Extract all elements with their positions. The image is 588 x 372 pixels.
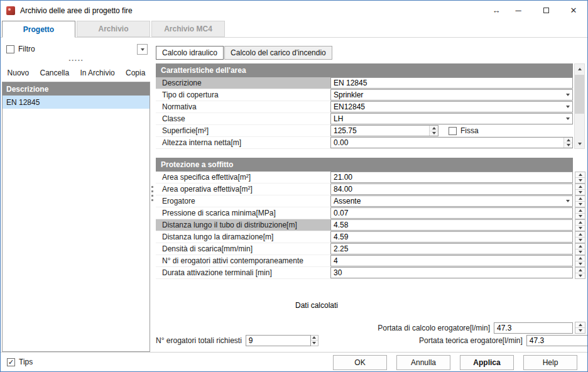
panel-splitter[interactable] — [151, 186, 154, 201]
list-header-descrizione[interactable]: Descrizione — [3, 82, 150, 96]
row-spinner[interactable] — [575, 267, 585, 279]
portata-calcolo-row: Portata di calcolo erogatore[l/min] — [156, 322, 585, 334]
altezza-input[interactable] — [330, 137, 573, 148]
scroll-up-icon[interactable] — [575, 64, 584, 74]
durata-attivazione-label[interactable]: Durata attivazione terminali [min] — [156, 267, 330, 278]
altezza-spinner[interactable] — [564, 138, 572, 148]
footer-buttons: OK Annulla Applica Help — [333, 355, 577, 370]
pressione-minima-label[interactable]: Pressione di scarica minima[MPa] — [156, 207, 330, 219]
normativa-label[interactable]: Normativa — [156, 101, 330, 112]
spin-down-icon — [432, 132, 436, 134]
bottom-fields-row: N° erogatori totali richiesti Portata te… — [156, 334, 585, 346]
row-spinner[interactable] — [575, 172, 585, 183]
spin-down-icon — [579, 215, 582, 217]
row-spinner[interactable] — [575, 207, 585, 219]
chevron-down-icon[interactable] — [563, 114, 572, 124]
densita-scarica-label[interactable]: Densità di scarica[mm/min] — [156, 243, 330, 254]
portata-teorica-input[interactable] — [526, 335, 588, 346]
maximize-button[interactable] — [532, 1, 560, 20]
ok-button[interactable]: OK — [333, 355, 387, 370]
densita-scarica-input[interactable] — [330, 243, 573, 254]
window-title: Archivio delle aree di progetto fire — [20, 6, 133, 15]
in-archivio-button[interactable]: In Archivio — [79, 67, 116, 79]
tab-calcolo-idraulico[interactable]: Calcolo idraulico — [156, 46, 224, 60]
normativa-input[interactable] — [330, 101, 573, 112]
help-button[interactable]: Help — [523, 355, 577, 370]
densita-scarica-field — [330, 243, 573, 254]
superficie-label[interactable]: Superficie[m²] — [156, 125, 330, 136]
portata-calcolo-input[interactable] — [494, 322, 573, 334]
tab-archivio[interactable]: Archivio — [77, 21, 150, 37]
row-spinner[interactable] — [575, 219, 585, 231]
area-specifica-input[interactable] — [330, 172, 573, 183]
portata-calcolo-spinner[interactable] — [575, 322, 585, 334]
erogatori-totali-spinner[interactable] — [310, 335, 318, 346]
classe-input[interactable] — [330, 113, 573, 124]
group-protezione: Protezione a soffitto Area specifica eff… — [156, 158, 573, 279]
spin-down-icon — [579, 251, 582, 253]
filter-dropdown-button[interactable] — [137, 44, 148, 55]
portata-teorica-field — [526, 335, 588, 346]
row-spinner[interactable] — [575, 255, 585, 267]
chevron-down-icon[interactable] — [563, 196, 572, 206]
scrollbar-track[interactable] — [575, 74, 584, 139]
durata-attivazione-input[interactable] — [330, 267, 573, 278]
erogatore-input[interactable] — [330, 195, 573, 207]
scrollbar-thumb[interactable] — [575, 75, 584, 114]
row-spinner[interactable] — [575, 231, 585, 243]
group-protezione-header: Protezione a soffitto — [156, 158, 573, 172]
list-item-en12845[interactable]: EN 12845 — [3, 96, 150, 109]
maximize-icon — [543, 8, 549, 13]
fissa-checkbox[interactable] — [449, 127, 457, 135]
pressione-minima-input[interactable] — [330, 207, 573, 219]
row-densita-scarica: Densità di scarica[mm/min] — [156, 243, 573, 255]
erogatori-attivi-label[interactable]: N° di erogatori attivi contemporaneament… — [156, 255, 330, 266]
row-spinner[interactable] — [575, 195, 585, 207]
group1-scrollbar[interactable] — [574, 63, 585, 149]
erogatori-totali-input[interactable] — [246, 335, 311, 346]
distanza-diramazione-label[interactable]: Distanza lungo la diramazione[m] — [156, 231, 330, 243]
tips-checkbox[interactable]: ✓ — [7, 358, 15, 366]
altezza-label[interactable]: Altezza interna netta[m] — [156, 137, 330, 148]
applica-button[interactable]: Applica — [460, 355, 514, 370]
area-operativa-input[interactable] — [330, 183, 573, 195]
row-spinner[interactable] — [575, 183, 585, 195]
area-specifica-label[interactable]: Area specifica effettiva[m²] — [156, 172, 330, 183]
normativa-combo — [330, 101, 573, 112]
descrizione-label[interactable]: Descrizione — [156, 77, 330, 89]
scroll-down-icon[interactable] — [575, 139, 584, 148]
row-spinner[interactable] — [575, 243, 585, 255]
classe-label[interactable]: Classe — [156, 113, 330, 124]
descrizione-input[interactable] — [330, 77, 573, 89]
row-durata-attivazione: Durata attivazione terminali [min] — [156, 267, 573, 279]
dialog-window: Archivio delle aree di progetto fire ↔ ─… — [0, 0, 588, 372]
superficie-input[interactable] — [330, 125, 438, 136]
copia-button[interactable]: Copia — [124, 67, 146, 79]
distanza-tubo-input[interactable] — [330, 219, 573, 231]
tipo-copertura-label[interactable]: Tipo di copertura — [156, 89, 330, 101]
minimize-button[interactable]: ─ — [504, 1, 532, 20]
grip-handle[interactable]: ••••• — [68, 57, 84, 63]
chevron-down-icon[interactable] — [563, 102, 572, 112]
row-descrizione: Descrizione — [156, 77, 573, 89]
spin-down-icon — [579, 263, 582, 265]
distanza-tubo-label[interactable]: Distanza lungo il tubo di distribuzione[… — [156, 219, 330, 231]
spin-up-icon — [579, 324, 582, 326]
area-operativa-label[interactable]: Area operativa effettiva[m²] — [156, 183, 330, 195]
erogatore-label[interactable]: Erogatore — [156, 195, 330, 207]
cancella-button[interactable]: Cancella — [39, 67, 71, 79]
tab-calcolo-carico-incendio[interactable]: Calcolo del carico d'incendio — [224, 46, 332, 60]
erogatori-attivi-input[interactable] — [330, 255, 573, 266]
chevron-down-icon[interactable] — [563, 90, 572, 100]
superficie-spinner[interactable] — [429, 126, 438, 136]
tipo-copertura-input[interactable] — [330, 89, 573, 101]
filtro-checkbox[interactable] — [6, 45, 14, 53]
tab-progetto[interactable]: Progetto — [2, 21, 75, 38]
tab-archivio-mc4[interactable]: Archivio MC4 — [151, 21, 225, 37]
row-erogatore: Erogatore — [156, 195, 573, 207]
resize-icon[interactable]: ↔ — [488, 1, 504, 20]
nuovo-button[interactable]: Nuovo — [6, 67, 31, 79]
distanza-diramazione-input[interactable] — [330, 231, 573, 243]
annulla-button[interactable]: Annulla — [396, 355, 450, 370]
close-button[interactable]: ✕ — [560, 1, 587, 20]
